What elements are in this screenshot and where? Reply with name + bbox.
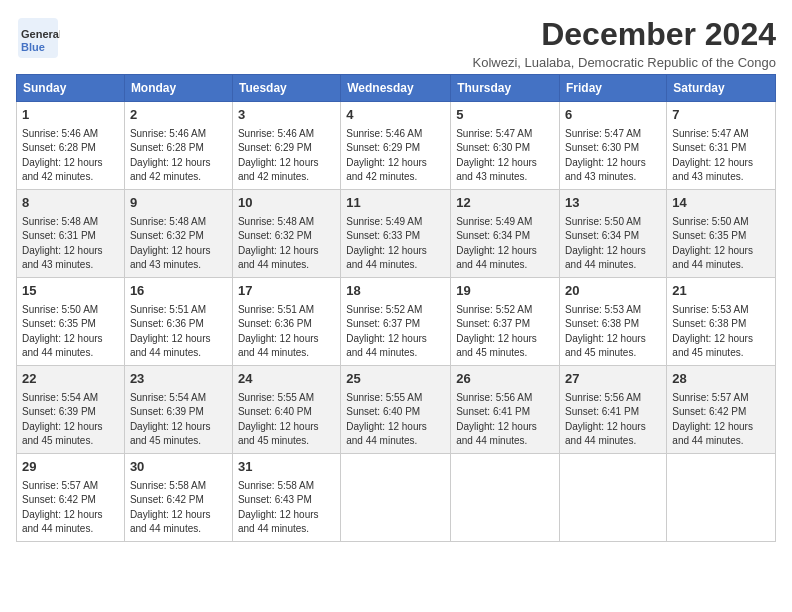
calendar-cell: 6 Sunrise: 5:47 AM Sunset: 6:30 PM Dayli… [560, 102, 667, 190]
calendar-cell: 2 Sunrise: 5:46 AM Sunset: 6:28 PM Dayli… [124, 102, 232, 190]
sunset-label: Sunset: 6:32 PM [130, 230, 204, 241]
daylight-label: Daylight: 12 hours and 44 minutes. [238, 333, 319, 359]
daylight-label: Daylight: 12 hours and 44 minutes. [672, 421, 753, 447]
day-number: 1 [22, 106, 119, 125]
sunset-label: Sunset: 6:42 PM [130, 494, 204, 505]
daylight-label: Daylight: 12 hours and 44 minutes. [456, 245, 537, 271]
daylight-label: Daylight: 12 hours and 44 minutes. [22, 333, 103, 359]
daylight-label: Daylight: 12 hours and 43 minutes. [672, 157, 753, 183]
sunset-label: Sunset: 6:30 PM [565, 142, 639, 153]
calendar-cell: 20 Sunrise: 5:53 AM Sunset: 6:38 PM Dayl… [560, 278, 667, 366]
sunrise-label: Sunrise: 5:55 AM [346, 392, 422, 403]
sunrise-label: Sunrise: 5:50 AM [565, 216, 641, 227]
daylight-label: Daylight: 12 hours and 44 minutes. [238, 245, 319, 271]
calendar-cell: 11 Sunrise: 5:49 AM Sunset: 6:33 PM Dayl… [341, 190, 451, 278]
day-number: 17 [238, 282, 335, 301]
calendar-row-3: 15 Sunrise: 5:50 AM Sunset: 6:35 PM Dayl… [17, 278, 776, 366]
calendar-cell: 25 Sunrise: 5:55 AM Sunset: 6:40 PM Dayl… [341, 366, 451, 454]
day-number: 19 [456, 282, 554, 301]
sunrise-label: Sunrise: 5:49 AM [456, 216, 532, 227]
day-number: 21 [672, 282, 770, 301]
daylight-label: Daylight: 12 hours and 45 minutes. [238, 421, 319, 447]
daylight-label: Daylight: 12 hours and 44 minutes. [565, 245, 646, 271]
day-number: 30 [130, 458, 227, 477]
day-number: 3 [238, 106, 335, 125]
sunrise-label: Sunrise: 5:52 AM [346, 304, 422, 315]
calendar-cell: 30 Sunrise: 5:58 AM Sunset: 6:42 PM Dayl… [124, 454, 232, 542]
col-tuesday: Tuesday [232, 75, 340, 102]
calendar-cell: 1 Sunrise: 5:46 AM Sunset: 6:28 PM Dayli… [17, 102, 125, 190]
sunrise-label: Sunrise: 5:47 AM [456, 128, 532, 139]
calendar-cell: 8 Sunrise: 5:48 AM Sunset: 6:31 PM Dayli… [17, 190, 125, 278]
sunrise-label: Sunrise: 5:58 AM [238, 480, 314, 491]
day-number: 10 [238, 194, 335, 213]
calendar-cell: 21 Sunrise: 5:53 AM Sunset: 6:38 PM Dayl… [667, 278, 776, 366]
day-number: 7 [672, 106, 770, 125]
daylight-label: Daylight: 12 hours and 44 minutes. [346, 333, 427, 359]
svg-text:General: General [21, 28, 60, 40]
sunrise-label: Sunrise: 5:56 AM [565, 392, 641, 403]
daylight-label: Daylight: 12 hours and 43 minutes. [456, 157, 537, 183]
sunrise-label: Sunrise: 5:48 AM [22, 216, 98, 227]
calendar-cell: 12 Sunrise: 5:49 AM Sunset: 6:34 PM Dayl… [451, 190, 560, 278]
sunset-label: Sunset: 6:28 PM [22, 142, 96, 153]
day-number: 11 [346, 194, 445, 213]
logo-svg: General Blue [16, 16, 60, 60]
calendar-cell: 24 Sunrise: 5:55 AM Sunset: 6:40 PM Dayl… [232, 366, 340, 454]
sunrise-label: Sunrise: 5:58 AM [130, 480, 206, 491]
location-title: Kolwezi, Lualaba, Democratic Republic of… [472, 55, 776, 70]
sunset-label: Sunset: 6:42 PM [22, 494, 96, 505]
daylight-label: Daylight: 12 hours and 43 minutes. [22, 245, 103, 271]
sunset-label: Sunset: 6:38 PM [565, 318, 639, 329]
daylight-label: Daylight: 12 hours and 45 minutes. [672, 333, 753, 359]
daylight-label: Daylight: 12 hours and 45 minutes. [22, 421, 103, 447]
day-number: 28 [672, 370, 770, 389]
col-friday: Friday [560, 75, 667, 102]
sunset-label: Sunset: 6:39 PM [130, 406, 204, 417]
calendar-cell [667, 454, 776, 542]
sunset-label: Sunset: 6:39 PM [22, 406, 96, 417]
calendar-cell: 13 Sunrise: 5:50 AM Sunset: 6:34 PM Dayl… [560, 190, 667, 278]
calendar-row-4: 22 Sunrise: 5:54 AM Sunset: 6:39 PM Dayl… [17, 366, 776, 454]
sunrise-label: Sunrise: 5:54 AM [22, 392, 98, 403]
daylight-label: Daylight: 12 hours and 45 minutes. [456, 333, 537, 359]
day-number: 15 [22, 282, 119, 301]
day-number: 5 [456, 106, 554, 125]
sunset-label: Sunset: 6:41 PM [565, 406, 639, 417]
sunset-label: Sunset: 6:37 PM [456, 318, 530, 329]
sunrise-label: Sunrise: 5:50 AM [22, 304, 98, 315]
calendar-cell: 14 Sunrise: 5:50 AM Sunset: 6:35 PM Dayl… [667, 190, 776, 278]
sunrise-label: Sunrise: 5:49 AM [346, 216, 422, 227]
sunrise-label: Sunrise: 5:48 AM [238, 216, 314, 227]
calendar-cell: 18 Sunrise: 5:52 AM Sunset: 6:37 PM Dayl… [341, 278, 451, 366]
daylight-label: Daylight: 12 hours and 44 minutes. [130, 333, 211, 359]
sunset-label: Sunset: 6:33 PM [346, 230, 420, 241]
month-title: December 2024 [472, 16, 776, 53]
sunset-label: Sunset: 6:29 PM [346, 142, 420, 153]
calendar-cell: 4 Sunrise: 5:46 AM Sunset: 6:29 PM Dayli… [341, 102, 451, 190]
calendar-cell: 7 Sunrise: 5:47 AM Sunset: 6:31 PM Dayli… [667, 102, 776, 190]
sunset-label: Sunset: 6:28 PM [130, 142, 204, 153]
daylight-label: Daylight: 12 hours and 45 minutes. [565, 333, 646, 359]
sunrise-label: Sunrise: 5:57 AM [22, 480, 98, 491]
calendar-cell [341, 454, 451, 542]
sunset-label: Sunset: 6:36 PM [238, 318, 312, 329]
title-block: December 2024 Kolwezi, Lualaba, Democrat… [472, 16, 776, 70]
day-number: 16 [130, 282, 227, 301]
calendar-cell: 26 Sunrise: 5:56 AM Sunset: 6:41 PM Dayl… [451, 366, 560, 454]
sunset-label: Sunset: 6:40 PM [238, 406, 312, 417]
calendar-cell: 27 Sunrise: 5:56 AM Sunset: 6:41 PM Dayl… [560, 366, 667, 454]
svg-text:Blue: Blue [21, 41, 45, 53]
day-number: 9 [130, 194, 227, 213]
calendar-cell: 15 Sunrise: 5:50 AM Sunset: 6:35 PM Dayl… [17, 278, 125, 366]
sunrise-label: Sunrise: 5:47 AM [565, 128, 641, 139]
calendar-cell: 19 Sunrise: 5:52 AM Sunset: 6:37 PM Dayl… [451, 278, 560, 366]
daylight-label: Daylight: 12 hours and 42 minutes. [346, 157, 427, 183]
sunset-label: Sunset: 6:35 PM [672, 230, 746, 241]
calendar-cell: 28 Sunrise: 5:57 AM Sunset: 6:42 PM Dayl… [667, 366, 776, 454]
sunset-label: Sunset: 6:40 PM [346, 406, 420, 417]
calendar-cell: 29 Sunrise: 5:57 AM Sunset: 6:42 PM Dayl… [17, 454, 125, 542]
sunrise-label: Sunrise: 5:46 AM [238, 128, 314, 139]
calendar-row-5: 29 Sunrise: 5:57 AM Sunset: 6:42 PM Dayl… [17, 454, 776, 542]
day-number: 27 [565, 370, 661, 389]
